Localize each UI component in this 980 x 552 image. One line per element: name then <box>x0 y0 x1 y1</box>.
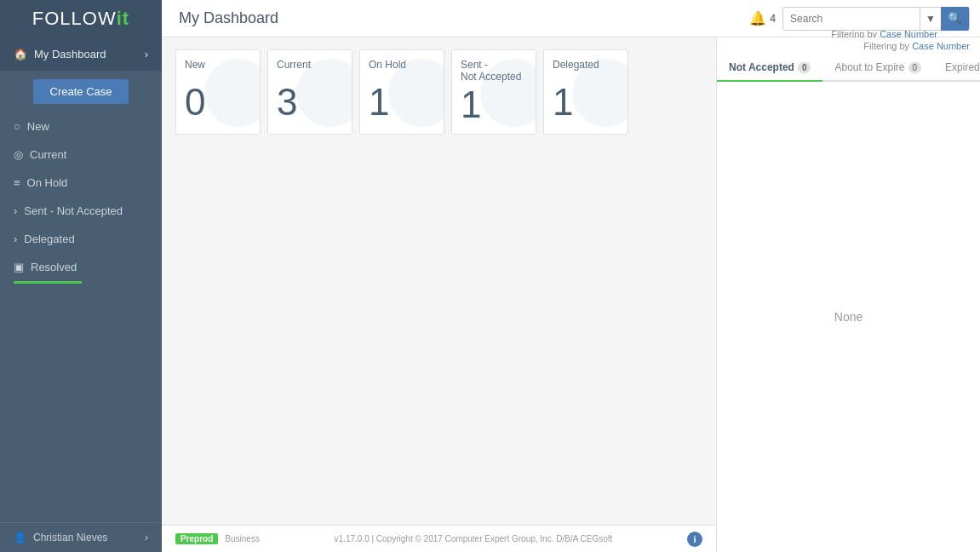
sidebar-user-label: Christian Nieves <box>33 532 107 543</box>
card-delegated[interactable]: Delegated 1 <box>543 49 628 135</box>
filter-button[interactable]: ▼ <box>920 7 941 31</box>
card-sent-value: 1 <box>461 83 481 128</box>
right-panel-body: None <box>717 82 980 552</box>
user-icon: 👤 <box>14 532 26 543</box>
cards-row: New 0 Current 3 On Hold 1 Sent -Not Acce… <box>162 37 716 143</box>
card-new[interactable]: New 0 <box>175 49 261 135</box>
sidebar-item-new-label: New <box>27 120 49 133</box>
content-area: New 0 Current 3 On Hold 1 Sent -Not Acce… <box>162 37 716 552</box>
sidebar-item-sent-label: Sent - Not Accepted <box>24 204 123 217</box>
card-current-label: Current <box>277 59 311 71</box>
sidebar-user[interactable]: 👤 Christian Nieves › <box>0 522 162 552</box>
home-icon: 🏠 <box>14 48 27 60</box>
sidebar-item-delegated[interactable]: › Delegated <box>0 225 162 253</box>
bell-count: 4 <box>770 12 776 25</box>
card-current[interactable]: Current 3 <box>267 49 352 135</box>
chevron-right-icon: › <box>145 48 148 60</box>
logo: FOLLOWit <box>0 0 162 37</box>
sidebar-item-on-hold-label: On Hold <box>27 176 68 189</box>
sidebar-item-delegated-label: Delegated <box>24 233 74 245</box>
main-layout: 🏠 My Dashboard › Create Case ○ New ◎ Cur… <box>0 37 980 552</box>
logo-it: it <box>117 8 129 29</box>
sidebar-item-resolved-label: Resolved <box>31 261 77 273</box>
sidebar-item-sent-not-accepted[interactable]: › Sent - Not Accepted <box>0 197 162 225</box>
on-hold-icon: ≡ <box>14 176 20 189</box>
logo-follow: FOLLOW <box>32 8 117 29</box>
header-right: 🔔 4 ▼ 🔍 <box>749 7 980 31</box>
tab-expired-label: Expired <box>945 61 980 73</box>
content-body <box>162 143 716 525</box>
bell-icon[interactable]: 🔔 <box>749 10 766 26</box>
sidebar-dashboard[interactable]: 🏠 My Dashboard › <box>0 37 162 71</box>
tab-about-to-expire-count: 0 <box>908 62 922 73</box>
tab-not-accepted-label: Not Accepted <box>729 61 794 73</box>
card-delegated-value: 1 <box>553 80 573 125</box>
search-icon: 🔍 <box>948 12 962 25</box>
card-new-label: New <box>185 59 205 71</box>
sidebar-item-resolved[interactable]: ▣ Resolved <box>0 253 162 281</box>
search-box: ▼ 🔍 <box>782 7 970 31</box>
card-sent-label: Sent -Not Accepted <box>461 59 521 83</box>
new-icon: ○ <box>14 120 20 133</box>
create-case-button[interactable]: Create Case <box>33 79 129 104</box>
sidebar-item-current[interactable]: ◎ Current <box>0 141 162 169</box>
card-on-hold-value: 1 <box>369 80 389 125</box>
sent-icon: › <box>14 204 17 217</box>
card-current-value: 3 <box>277 80 297 125</box>
card-new-value: 0 <box>185 80 205 125</box>
card-delegated-label: Delegated <box>553 59 599 71</box>
right-case-number-link[interactable]: Case Number <box>912 41 970 51</box>
footer-left: Preprod Business <box>175 533 260 544</box>
sidebar: 🏠 My Dashboard › Create Case ○ New ◎ Cur… <box>0 37 162 552</box>
bell-area: 🔔 4 <box>749 10 776 26</box>
page-title: My Dashboard <box>162 9 749 27</box>
tab-not-accepted[interactable]: Not Accepted 0 <box>717 55 822 82</box>
info-icon[interactable]: i <box>687 532 702 547</box>
tab-not-accepted-count: 0 <box>798 62 811 73</box>
version-text: v1.17.0.0 | Copyright © 2017 Computer Ex… <box>335 534 613 543</box>
card-on-hold-label: On Hold <box>369 59 406 71</box>
delegated-icon: › <box>14 233 17 245</box>
sidebar-dashboard-label: My Dashboard <box>34 48 106 60</box>
right-panel: Filtering by Case Number Not Accepted 0 … <box>716 37 980 552</box>
card-new-bg <box>204 59 261 127</box>
tab-about-to-expire-label: About to Expire <box>834 61 904 73</box>
empty-text: None <box>834 310 863 324</box>
sidebar-item-new[interactable]: ○ New <box>0 112 162 141</box>
tab-about-to-expire[interactable]: About to Expire 0 <box>822 55 933 80</box>
business-label: Business <box>225 534 260 543</box>
right-filtering-bar: Filtering by Case Number <box>717 37 980 55</box>
card-on-hold[interactable]: On Hold 1 <box>359 49 444 135</box>
card-sent-not-accepted[interactable]: Sent -Not Accepted 1 <box>451 49 536 135</box>
search-input[interactable] <box>783 13 920 25</box>
search-button[interactable]: 🔍 <box>941 7 969 31</box>
sidebar-item-on-hold[interactable]: ≡ On Hold <box>0 169 162 197</box>
green-bar <box>14 281 82 284</box>
sidebar-item-current-label: Current <box>30 148 66 161</box>
user-chevron-icon: › <box>145 532 148 543</box>
tabs-row: Not Accepted 0 About to Expire 0 Expired… <box>717 55 980 82</box>
resolved-icon: ▣ <box>14 261 24 273</box>
tab-expired[interactable]: Expired 0 <box>933 55 980 80</box>
footer: Preprod Business v1.17.0.0 | Copyright ©… <box>162 525 716 552</box>
preprod-badge: Preprod <box>175 533 218 544</box>
current-icon: ◎ <box>14 148 23 161</box>
logo-text: FOLLOWit <box>32 8 129 30</box>
